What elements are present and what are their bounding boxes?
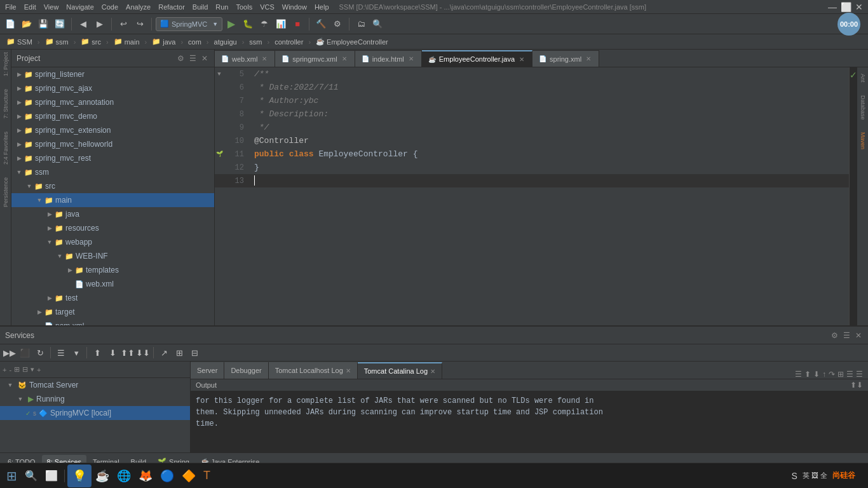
svc-output-btn1[interactable]: ☰: [795, 370, 802, 379]
tree-item[interactable]: ▶ 📁 java: [11, 207, 214, 221]
tree-item[interactable]: ▶ 📁 spring_mvc_annotation: [11, 95, 214, 109]
structure-panel-icon[interactable]: 7: Structure: [3, 89, 9, 119]
start-button[interactable]: ⊞: [3, 464, 21, 487]
tree-item[interactable]: ▶ 📁 resources: [11, 221, 214, 235]
tree-item[interactable]: ▼ 📁 main: [11, 193, 214, 207]
services-icon-minimize[interactable]: ☰: [842, 330, 851, 341]
fold-arrow-11[interactable]: 🌱: [215, 147, 224, 161]
breadcrumb-ssm3[interactable]: ssm: [247, 37, 264, 47]
profiler-button[interactable]: 📊: [273, 17, 288, 32]
database-panel-icon[interactable]: Database: [860, 95, 866, 120]
tab-indexhtml[interactable]: 📄 index.html ✕: [355, 50, 422, 67]
breadcrumb-ssm[interactable]: 📁 SSM: [4, 36, 35, 47]
line-content-13[interactable]: [249, 174, 849, 187]
svc-output-btn5[interactable]: ↷: [829, 370, 835, 379]
sdk-button[interactable]: ⚙: [330, 17, 345, 32]
menu-navigate[interactable]: Navigate: [66, 3, 93, 11]
services-toolbar-btn6[interactable]: ⬆: [90, 346, 104, 360]
breadcrumb-src[interactable]: 📁 src: [78, 36, 104, 47]
tab-springxml[interactable]: 📄 spring.xml ✕: [532, 50, 599, 67]
search-taskbar[interactable]: 🔍: [21, 464, 41, 487]
tree-item[interactable]: ▶ 📁 target: [11, 305, 214, 319]
services-toolbar-btn4[interactable]: ☰: [54, 346, 68, 360]
svc-output-btn2[interactable]: ⬆: [804, 370, 811, 379]
breadcrumb-main[interactable]: 📁 main: [111, 36, 142, 47]
menu-window[interactable]: Window: [282, 3, 307, 11]
taskbar-intellij[interactable]: 💡: [67, 464, 92, 487]
breadcrumb-com[interactable]: com: [186, 37, 204, 47]
services-toolbar-btn10[interactable]: ↗: [157, 346, 171, 360]
persistence-panel-icon[interactable]: Persistence: [3, 177, 9, 207]
menu-code[interactable]: Code: [102, 3, 118, 11]
run-button[interactable]: ▶: [224, 17, 239, 32]
stop-button[interactable]: ■: [290, 17, 305, 32]
save-button[interactable]: 💾: [36, 17, 51, 32]
tree-item[interactable]: ▶ 📁 spring_listener: [11, 67, 214, 81]
tree-item[interactable]: ▼ 📁 ssm: [11, 165, 214, 179]
tab-close-1[interactable]: ✕: [341, 55, 348, 63]
taskbar-browser2[interactable]: 🦊: [135, 464, 156, 487]
services-icon-close[interactable]: ✕: [854, 330, 863, 341]
services-tab-catalina[interactable]: Tomcat Catalina Log ✕: [358, 362, 442, 379]
sync-button[interactable]: 🔄: [52, 17, 67, 32]
menu-edit[interactable]: Edit: [24, 3, 36, 11]
svc-tree-btn2[interactable]: -: [9, 366, 11, 374]
back-button[interactable]: ◀: [76, 17, 91, 32]
services-tab-debugger[interactable]: Debugger: [224, 362, 268, 379]
taskbar-browser1[interactable]: 🌐: [113, 464, 135, 487]
svc-tree-btn3[interactable]: ⊞: [14, 365, 20, 374]
tab-close-2[interactable]: ✕: [407, 55, 415, 63]
project-panel-icon[interactable]: 1: Project: [3, 52, 9, 76]
services-tab-server[interactable]: Server: [191, 362, 224, 379]
code-editor[interactable]: ▼ 5 /** 6 * Date:2022/7/11 7 * Author:yb…: [215, 67, 849, 325]
tree-item[interactable]: 📄 pom.xml: [11, 319, 214, 325]
svc-output-btn3[interactable]: ⬇: [813, 370, 820, 379]
svc-output-btn6[interactable]: ⊞: [837, 370, 844, 379]
tab-close-4[interactable]: ✕: [585, 55, 592, 63]
minimize-button[interactable]: —: [828, 2, 837, 12]
breadcrumb-ssm2[interactable]: 📁 ssm: [43, 36, 71, 47]
view-button[interactable]: ⬜: [41, 464, 62, 487]
tree-item[interactable]: ▶ 📁 spring_mvc_extension: [11, 123, 214, 137]
tomcat-server-row[interactable]: ▼ 🐱 Tomcat Server: [0, 378, 190, 392]
services-toolbar-btn3[interactable]: ↻: [33, 346, 47, 360]
structure-button[interactable]: 🗂: [353, 17, 369, 32]
tab-close-0[interactable]: ✕: [261, 55, 268, 63]
undo-button[interactable]: ↩: [116, 17, 131, 32]
services-toolbar-btn11[interactable]: ⊞: [172, 346, 186, 360]
services-toolbar-btn1[interactable]: ▶▶: [3, 346, 17, 360]
close-button[interactable]: ✕: [855, 2, 863, 12]
build-button[interactable]: 🔨: [313, 17, 329, 32]
svc-output-btn8[interactable]: ☰: [856, 370, 863, 379]
menu-build[interactable]: Build: [193, 3, 208, 11]
menu-vcs[interactable]: VCS: [260, 3, 275, 11]
tree-item[interactable]: ▼ 📁 webapp: [11, 235, 214, 249]
forward-button[interactable]: ▶: [92, 17, 107, 32]
tree-item[interactable]: ▶ 📁 spring_mvc_helloworld: [11, 137, 214, 151]
fold-arrow-5[interactable]: ▼: [215, 67, 224, 81]
new-file-button[interactable]: 📄: [3, 17, 18, 32]
svc-tree-btn5[interactable]: ▾: [31, 365, 34, 374]
menu-tools[interactable]: Tools: [236, 3, 252, 11]
services-toolbar-btn7[interactable]: ⬇: [105, 346, 119, 360]
svc-tree-btn1[interactable]: +: [3, 366, 6, 374]
taskbar-chrome[interactable]: 🔵: [156, 464, 178, 487]
catalina-tab-close[interactable]: ✕: [430, 368, 435, 375]
springmvc-row[interactable]: ✓ s 🔷 SpringMVC [local]: [0, 406, 190, 420]
svc-output-btn4[interactable]: ↑: [822, 370, 826, 379]
redo-button[interactable]: ↪: [132, 17, 147, 32]
tree-item[interactable]: 📄 web.xml: [11, 277, 214, 291]
menu-run[interactable]: Run: [215, 3, 228, 11]
output-scroll-down[interactable]: ⬇: [857, 381, 863, 390]
project-icon-settings[interactable]: ⚙: [176, 53, 186, 64]
search-button[interactable]: 🔍: [370, 17, 385, 32]
breadcrumb-atguigu[interactable]: atguigu: [212, 37, 240, 47]
tree-item[interactable]: ▶ 📁 templates: [11, 263, 214, 277]
favorites-panel-icon[interactable]: 2:4 Favorites: [3, 132, 9, 165]
tree-item[interactable]: ▶ 📁 spring_mvc_demo: [11, 109, 214, 123]
menu-file[interactable]: File: [5, 3, 17, 11]
breadcrumb-employeecontroller[interactable]: ☕ EmployeeController: [313, 36, 391, 47]
services-icon-settings[interactable]: ⚙: [830, 330, 839, 341]
services-toolbar-btn12[interactable]: ⊟: [187, 346, 201, 360]
menu-analyze[interactable]: Analyze: [126, 3, 151, 11]
